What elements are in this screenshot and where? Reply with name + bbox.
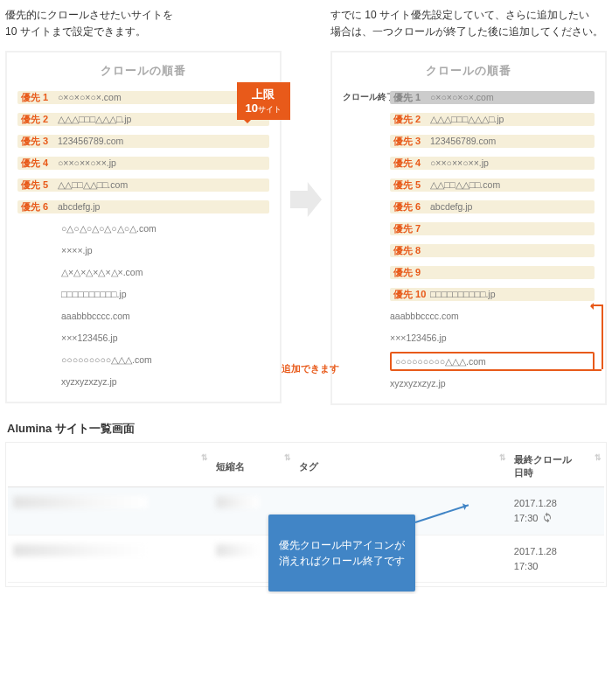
addable-row: 追加できます○○○○○○○○○△△△.com <box>343 352 595 371</box>
sort-icon[interactable]: ⇅ <box>595 453 599 462</box>
right-panel: クロールの順番 クロール終了優先 1○×○×○×○×.com優先 2△△△□□□… <box>330 51 607 405</box>
sort-icon[interactable]: ⇅ <box>284 453 289 462</box>
arrow-right-icon <box>290 182 322 217</box>
left-column: 優先的にクロールさせたいサイトを 10 サイトまで設定できます。 クロールの順番… <box>5 7 282 403</box>
priority-row: 優先 5△△□□△△□□.com <box>17 175 269 194</box>
col-name[interactable]: ⇅ <box>8 446 211 487</box>
sort-icon[interactable]: ⇅ <box>499 453 504 462</box>
reload-icon <box>542 512 553 527</box>
queue-row: ×××123456.jp <box>343 328 595 347</box>
queue-row: ○△○△○△○△○△○△.com <box>17 219 269 238</box>
site-table: ⇅ 短縮名⇅ タグ⇅ 最終クロール 日時⇅ 2017.1.2817:30 201… <box>5 442 607 587</box>
right-panel-title: クロールの順番 <box>343 63 595 79</box>
queue-row: ×××123456.jp <box>17 328 269 347</box>
queue-row: △×△×△×△×△×.com <box>17 262 269 282</box>
right-intro: すでに 10 サイト優先設定していて、さらに追加したい 場合は、一つクロールが終… <box>330 7 607 42</box>
screen-title: Alumina サイト一覧画面 <box>7 421 607 437</box>
priority-row: 優先 5△△□□△△□□.com <box>343 175 595 194</box>
priority-row: 優先 10□□□□□□□□□□.jp <box>343 284 595 304</box>
priority-row: 優先 4○××○××○××.jp <box>343 153 595 172</box>
priority-row: 優先 8 <box>343 241 595 260</box>
tooltip-crawl-done: 優先クロール中アイコンが 消えればクロール終了です <box>268 514 415 592</box>
priority-row: 優先 2△△△□□□△△△□.jp <box>343 109 595 129</box>
queue-row: xyzxyzxzyz.jp <box>343 374 595 393</box>
col-short[interactable]: 短縮名⇅ <box>211 446 294 487</box>
priority-row: 優先 6abcdefg.jp <box>343 197 595 216</box>
left-panel-title: クロールの順番 <box>17 63 269 79</box>
queue-row: ××××.jp <box>17 241 269 260</box>
left-panel: クロールの順番 優先 1○×○×○×○×.com優先 2△△△□□□△△△□.j… <box>5 51 282 403</box>
queue-row: aaabbbcccc.com <box>343 306 595 326</box>
right-column: すでに 10 サイト優先設定していて、さらに追加したい 場合は、一つクロールが終… <box>330 7 607 405</box>
priority-row: 優先 6abcdefg.jp <box>17 197 269 216</box>
sort-icon[interactable]: ⇅ <box>201 453 205 462</box>
queue-row: □□□□□□□□□□.jp <box>17 284 269 304</box>
queue-row: aaabbbcccc.com <box>17 306 269 326</box>
queue-row: xyzxyzxzyz.jp <box>17 372 269 391</box>
priority-row: 優先 7 <box>343 219 595 238</box>
col-date[interactable]: 最終クロール 日時⇅ <box>509 446 604 487</box>
priority-row: 優先 2△△△□□□△△△□.jp <box>17 109 269 129</box>
priority-row: 優先 3123456789.com <box>17 131 269 150</box>
limit-callout: 上限 10サイト <box>237 82 290 120</box>
priority-row: 優先 1○×○×○×○×.com <box>17 88 269 107</box>
priority-row: 優先 9 <box>343 262 595 282</box>
priority-row: 優先 3123456789.com <box>343 131 595 150</box>
queue-row: ○○○○○○○○○△△△.com <box>17 350 269 369</box>
left-intro: 優先的にクロールさせたいサイトを 10 サイトまで設定できます。 <box>5 7 282 42</box>
transition-arrow <box>289 7 323 217</box>
priority-row: クロール終了優先 1○×○×○×○×.com <box>343 88 595 107</box>
col-tag[interactable]: タグ⇅ <box>294 446 509 487</box>
priority-row: 優先 4○××○××○××.jp <box>17 153 269 172</box>
